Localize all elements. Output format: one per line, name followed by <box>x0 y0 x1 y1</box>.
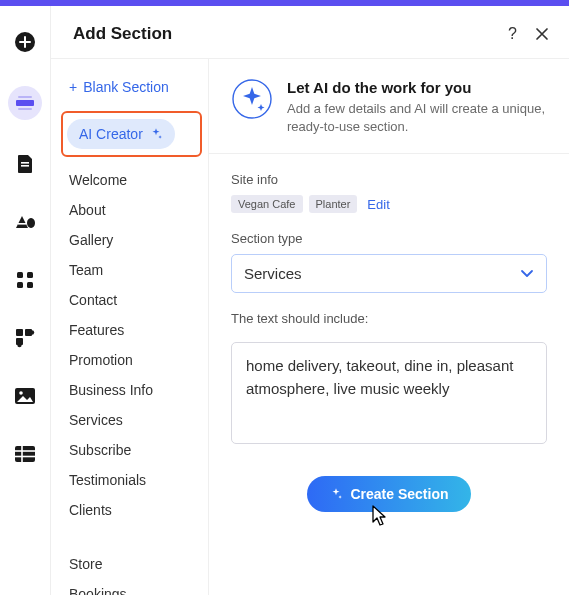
section-type-select[interactable]: Services <box>231 254 547 293</box>
edit-site-info-link[interactable]: Edit <box>367 197 389 212</box>
svg-point-13 <box>30 330 34 334</box>
svg-rect-10 <box>27 282 33 288</box>
svg-rect-18 <box>15 446 35 462</box>
section-sidebar: + Blank Section AI Creator WelcomeAboutG… <box>51 59 209 595</box>
create-section-label: Create Section <box>350 486 448 502</box>
section-type-block: Section type Services <box>209 213 569 293</box>
close-icon <box>535 27 549 41</box>
apps-icon[interactable] <box>11 266 39 294</box>
close-button[interactable] <box>535 27 549 41</box>
ai-hero-icon <box>231 79 273 119</box>
panel-header-actions: ? <box>508 26 549 42</box>
sidebar-item[interactable]: Contact <box>63 285 200 315</box>
sidebar-item[interactable]: Gallery <box>63 225 200 255</box>
text-include-input[interactable] <box>231 342 547 444</box>
theme-icon[interactable] <box>11 208 39 236</box>
blank-section-label: Blank Section <box>83 79 169 95</box>
chevron-down-icon <box>520 265 534 282</box>
svg-rect-4 <box>21 162 29 164</box>
sidebar-item[interactable]: Testimonials <box>63 465 200 495</box>
svg-rect-9 <box>17 282 23 288</box>
sparkle-icon <box>149 127 163 141</box>
ai-hero-title: Let AI do the work for you <box>287 79 547 96</box>
sidebar-item[interactable]: Clients <box>63 495 200 525</box>
section-type-label: Section type <box>231 231 547 246</box>
ai-hero: Let AI do the work for you Add a few det… <box>209 59 569 154</box>
panel-header: Add Section ? <box>51 6 569 59</box>
panel-title: Add Section <box>73 24 172 44</box>
ai-creator-highlight: AI Creator <box>61 111 202 157</box>
svg-rect-5 <box>21 165 29 167</box>
sidebar-item[interactable]: Welcome <box>63 165 200 195</box>
help-button[interactable]: ? <box>508 26 517 42</box>
site-info-tags: Vegan CafePlanter Edit <box>231 195 547 213</box>
cursor-icon <box>369 504 389 528</box>
sidebar-item[interactable]: Subscribe <box>63 435 200 465</box>
svg-rect-2 <box>18 96 32 98</box>
site-info-tag: Planter <box>309 195 358 213</box>
content-area: Let AI do the work for you Add a few det… <box>209 59 569 595</box>
left-rail <box>0 6 50 595</box>
ai-hero-subtitle: Add a few details and AI will create a u… <box>287 100 547 135</box>
sections-icon[interactable] <box>8 86 42 120</box>
image-icon[interactable] <box>11 382 39 410</box>
svg-rect-8 <box>27 272 33 278</box>
text-include-block: The text should include: <box>209 293 569 448</box>
svg-rect-7 <box>17 272 23 278</box>
table-icon[interactable] <box>11 440 39 468</box>
sparkle-icon <box>329 487 343 501</box>
create-section-button[interactable]: Create Section <box>307 476 470 512</box>
svg-rect-1 <box>16 100 34 106</box>
sparkle-large-icon <box>231 78 273 120</box>
panel-body: + Blank Section AI Creator WelcomeAboutG… <box>51 59 569 595</box>
ai-creator-button[interactable]: AI Creator <box>67 119 175 149</box>
plus-icon: + <box>69 79 77 95</box>
add-section-panel: Add Section ? + Blank Section AI Creator <box>50 6 569 595</box>
main-layout: Add Section ? + Blank Section AI Creator <box>0 6 569 595</box>
cta-row: Create Section <box>209 476 569 512</box>
svg-rect-3 <box>18 108 32 110</box>
svg-rect-6 <box>18 223 26 225</box>
ai-creator-label: AI Creator <box>79 126 143 142</box>
ai-hero-text: Let AI do the work for you Add a few det… <box>287 79 547 135</box>
section-type-value: Services <box>244 265 302 282</box>
sidebar-item[interactable]: About <box>63 195 200 225</box>
sidebar-item[interactable]: Store <box>63 549 200 579</box>
svg-point-15 <box>17 343 21 347</box>
section-list-extra: StoreBookings <box>63 549 200 595</box>
sidebar-item[interactable]: Bookings <box>63 579 200 595</box>
sidebar-item[interactable]: Business Info <box>63 375 200 405</box>
puzzle-icon[interactable] <box>11 324 39 352</box>
sidebar-item[interactable]: Promotion <box>63 345 200 375</box>
sidebar-item[interactable]: Team <box>63 255 200 285</box>
site-info-label: Site info <box>231 172 547 187</box>
text-include-label: The text should include: <box>231 311 547 326</box>
sidebar-item[interactable]: Services <box>63 405 200 435</box>
svg-rect-11 <box>16 329 23 336</box>
section-list: WelcomeAboutGalleryTeamContactFeaturesPr… <box>63 165 200 525</box>
site-info-tag: Vegan Cafe <box>231 195 303 213</box>
blank-section-button[interactable]: + Blank Section <box>63 73 200 111</box>
site-info-block: Site info Vegan CafePlanter Edit <box>209 154 569 213</box>
page-icon[interactable] <box>11 150 39 178</box>
svg-point-17 <box>19 391 23 395</box>
sidebar-item[interactable]: Features <box>63 315 200 345</box>
add-icon[interactable] <box>11 28 39 56</box>
